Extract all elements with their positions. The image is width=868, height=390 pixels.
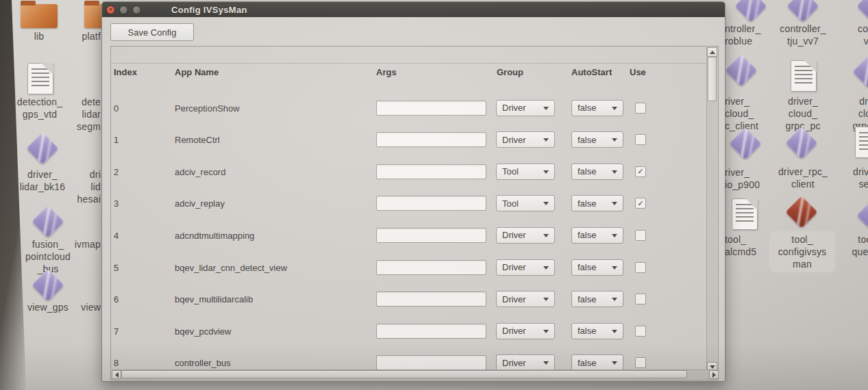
- select-value: false: [578, 103, 596, 113]
- args-input[interactable]: [376, 164, 486, 179]
- select-value: Driver: [502, 103, 526, 113]
- autostart-select[interactable]: false: [571, 100, 623, 116]
- save-config-button[interactable]: Save Config: [110, 23, 194, 41]
- cell-index: 0: [114, 103, 119, 113]
- diamond-icon: [26, 132, 59, 165]
- group-select[interactable]: Tool: [496, 195, 555, 211]
- horizontal-scroll-thumb[interactable]: [121, 370, 687, 378]
- vertical-scroll-thumb[interactable]: [708, 57, 717, 101]
- window-title: Config IVSysMan: [171, 5, 247, 15]
- select-value: false: [578, 358, 596, 368]
- use-checkbox[interactable]: [635, 134, 646, 145]
- cell-index: 1: [114, 135, 119, 145]
- diamond-icon: [725, 54, 758, 87]
- doc-icon: [732, 198, 758, 230]
- args-input[interactable]: [376, 228, 486, 243]
- args-input[interactable]: [376, 324, 486, 339]
- icon-label: tool_configivsysman: [771, 233, 833, 270]
- group-select[interactable]: Driver: [496, 131, 555, 148]
- icon-label: river_io_p900: [725, 166, 773, 191]
- icon-label: driver_cloud_grpc_pc: [769, 95, 837, 132]
- icon-label: lib: [18, 30, 60, 42]
- icon-label: controller_tju_vv7: [769, 23, 837, 47]
- doc-icon: [855, 127, 868, 158]
- scroll-right-button[interactable]: [709, 370, 719, 379]
- chevron-down-icon: [612, 330, 617, 333]
- autostart-select[interactable]: false: [571, 164, 623, 180]
- cell-index: 8: [114, 358, 119, 368]
- icon-label: tool_alcmd5: [725, 233, 773, 258]
- args-input[interactable]: [376, 291, 486, 307]
- scroll-up-button[interactable]: [707, 47, 717, 57]
- arrow-right-icon: [712, 372, 716, 378]
- autostart-select[interactable]: false: [571, 131, 623, 148]
- select-value: false: [578, 294, 596, 304]
- group-select[interactable]: Driver: [496, 227, 555, 244]
- vertical-scrollbar[interactable]: [706, 47, 717, 372]
- select-value: false: [578, 198, 596, 209]
- close-button[interactable]: ✕: [106, 5, 115, 14]
- args-input[interactable]: [376, 132, 486, 147]
- select-value: false: [578, 326, 596, 336]
- use-checkbox[interactable]: [635, 103, 646, 114]
- group-select[interactable]: Driver: [496, 291, 555, 307]
- diamond-icon: [785, 196, 818, 229]
- use-checkbox[interactable]: [635, 230, 646, 241]
- chevron-down-icon: [543, 202, 549, 205]
- select-value: false: [578, 262, 596, 272]
- table-row: 1RemoteCtrlDriverfalse: [111, 124, 707, 156]
- titlebar[interactable]: ✕ Config IVSysMan: [102, 2, 725, 17]
- autostart-select[interactable]: false: [571, 291, 623, 307]
- cell-index: 5: [114, 262, 119, 272]
- select-value: Driver: [502, 294, 526, 304]
- select-value: Driver: [502, 135, 526, 145]
- diamond-icon: [852, 55, 868, 88]
- diamond-icon: [729, 127, 762, 160]
- use-checkbox[interactable]: ✓: [635, 198, 646, 209]
- args-input[interactable]: [376, 196, 486, 211]
- use-checkbox[interactable]: ✓: [635, 166, 646, 177]
- chevron-down-icon: [543, 266, 549, 270]
- autostart-select[interactable]: false: [571, 323, 623, 339]
- use-checkbox[interactable]: [635, 294, 646, 304]
- cell-app-name: adcndtmultimapping: [175, 230, 254, 240]
- cell-app-name: controller_bus: [175, 358, 231, 368]
- cell-app-name: bqev_pcdview: [175, 326, 231, 336]
- chevron-down-icon: [543, 138, 549, 142]
- select-value: Tool: [502, 198, 519, 209]
- chevron-down-icon: [543, 298, 549, 301]
- chevron-down-icon: [612, 138, 617, 142]
- group-select[interactable]: Driver: [496, 323, 555, 339]
- chevron-down-icon: [543, 361, 549, 365]
- table-row: 4adcndtmultimappingDriverfalse: [111, 219, 707, 251]
- minimize-button[interactable]: [119, 5, 128, 14]
- icon-label: river_cloud_c_client: [725, 95, 773, 132]
- select-value: Driver: [502, 230, 526, 240]
- chevron-down-icon: [543, 170, 549, 174]
- group-select[interactable]: Driver: [496, 259, 555, 276]
- autostart-select[interactable]: false: [571, 259, 623, 276]
- args-input[interactable]: [376, 355, 486, 370]
- use-checkbox[interactable]: [635, 326, 646, 337]
- group-select[interactable]: Driver: [496, 100, 555, 116]
- arrow-down-icon: [710, 365, 715, 369]
- icon-label: ivmap: [60, 238, 101, 250]
- args-input[interactable]: [376, 260, 486, 275]
- group-select[interactable]: Driver: [496, 354, 555, 371]
- cell-app-name: RemoteCtrl: [175, 135, 220, 145]
- autostart-select[interactable]: false: [571, 227, 623, 244]
- horizontal-scrollbar[interactable]: [112, 369, 719, 379]
- cell-app-name: adciv_record: [175, 166, 225, 177]
- group-select[interactable]: Tool: [496, 164, 555, 180]
- autostart-select[interactable]: false: [571, 354, 623, 371]
- chevron-down-icon: [612, 170, 617, 174]
- args-input[interactable]: [376, 101, 486, 116]
- use-checkbox[interactable]: [635, 262, 646, 273]
- diamond-icon: [856, 0, 868, 23]
- use-checkbox[interactable]: [635, 357, 646, 368]
- maximize-button[interactable]: [132, 5, 141, 14]
- icon-label: drilidhesai: [60, 168, 101, 205]
- icon-label: driver_rpc_client: [769, 166, 837, 190]
- autostart-select[interactable]: false: [571, 195, 623, 211]
- scroll-left-button[interactable]: [112, 370, 121, 379]
